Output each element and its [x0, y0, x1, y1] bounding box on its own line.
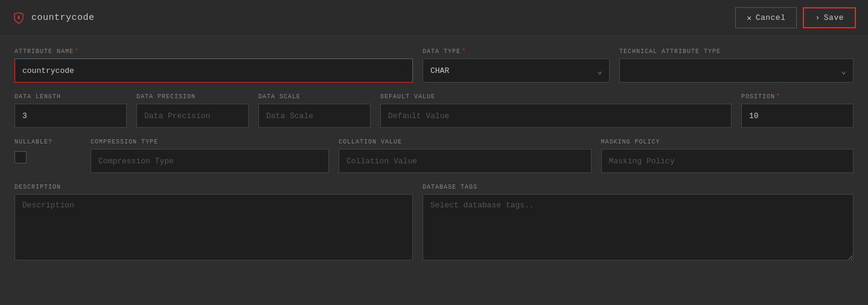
technical-attr-select[interactable] [619, 58, 854, 83]
form-row-3: NULLABLE? COMPRESSION TYPE COLLATION VAL… [14, 139, 854, 173]
db-tags-group: DATABASE TAGS [423, 184, 854, 260]
data-length-input[interactable] [14, 104, 127, 128]
collation-label: COLLATION VALUE [339, 139, 592, 145]
cancel-button[interactable]: ✕ Cancel [735, 7, 797, 28]
masking-label: MASKING POLICY [601, 139, 854, 145]
nullable-label: NULLABLE? [14, 139, 81, 145]
cancel-x-icon: ✕ [747, 13, 752, 23]
page-title: countrycode [31, 13, 95, 23]
description-label: DESCRIPTION [14, 184, 413, 190]
data-scale-input[interactable] [258, 104, 371, 128]
save-chevron-icon: › [815, 13, 820, 22]
attribute-name-input[interactable] [14, 58, 413, 83]
db-tags-input[interactable] [423, 194, 854, 260]
nullable-group: NULLABLE? [14, 139, 81, 163]
header: countrycode ✕ Cancel › Save [0, 0, 868, 36]
main-content: ATTRIBUTE NAME* DATA TYPE* CHAR VARCHAR … [0, 36, 868, 305]
data-precision-input[interactable] [136, 104, 249, 128]
technical-attr-group: TECHNICAL ATTRIBUTE TYPE ⌄ [619, 48, 854, 83]
data-scale-label: DATA SCALE [258, 93, 371, 100]
header-left: countrycode [12, 11, 95, 25]
position-group: POSITION* [741, 93, 854, 128]
technical-attr-select-wrapper: ⌄ [619, 58, 854, 83]
collation-group: COLLATION VALUE [339, 139, 592, 173]
data-length-label: DATA LENGTH [14, 93, 127, 100]
collation-input[interactable] [339, 149, 592, 173]
save-button[interactable]: › Save [803, 7, 856, 28]
form-row-2: DATA LENGTH DATA PRECISION DATA SCALE DE… [14, 93, 854, 128]
nullable-checkbox[interactable] [14, 151, 27, 163]
default-value-input[interactable] [380, 104, 732, 128]
data-length-group: DATA LENGTH [14, 93, 127, 128]
data-type-select[interactable]: CHAR VARCHAR INT BIGINT FLOAT DATE TIMES… [423, 58, 610, 83]
nullable-checkbox-wrapper [14, 151, 81, 163]
header-actions: ✕ Cancel › Save [735, 7, 856, 28]
technical-attr-label: TECHNICAL ATTRIBUTE TYPE [619, 48, 854, 55]
masking-input[interactable] [601, 149, 854, 173]
default-value-group: DEFAULT VALUE [380, 93, 732, 128]
attribute-name-label: ATTRIBUTE NAME* [14, 48, 413, 55]
data-scale-group: DATA SCALE [258, 93, 371, 128]
position-label: POSITION* [741, 93, 854, 100]
default-value-label: DEFAULT VALUE [380, 93, 732, 100]
compression-label: COMPRESSION TYPE [91, 139, 329, 145]
data-type-select-wrapper: CHAR VARCHAR INT BIGINT FLOAT DATE TIMES… [423, 58, 610, 83]
cancel-label: Cancel [756, 13, 786, 22]
app-container: countrycode ✕ Cancel › Save ATTRIBUTE NA… [0, 0, 868, 305]
form-row-4: DESCRIPTION DATABASE TAGS [14, 184, 854, 260]
attribute-name-group: ATTRIBUTE NAME* [14, 48, 413, 83]
description-textarea[interactable] [14, 194, 413, 260]
data-type-label: DATA TYPE* [423, 48, 610, 55]
save-label: Save [824, 13, 844, 22]
position-input[interactable] [741, 104, 854, 128]
compression-input[interactable] [91, 149, 329, 173]
data-precision-group: DATA PRECISION [136, 93, 249, 128]
db-tags-label: DATABASE TAGS [423, 184, 854, 190]
form-row-1: ATTRIBUTE NAME* DATA TYPE* CHAR VARCHAR … [14, 48, 854, 83]
data-type-group: DATA TYPE* CHAR VARCHAR INT BIGINT FLOAT… [423, 48, 610, 83]
compression-group: COMPRESSION TYPE [91, 139, 329, 173]
logo-icon [12, 11, 25, 25]
data-precision-label: DATA PRECISION [136, 93, 249, 100]
masking-group: MASKING POLICY [601, 139, 854, 173]
description-group: DESCRIPTION [14, 184, 413, 260]
